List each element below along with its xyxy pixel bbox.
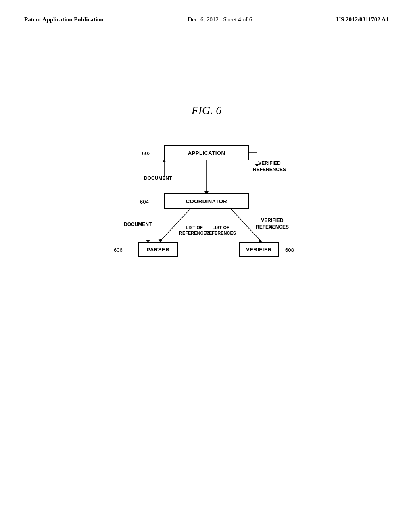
parser-box: PARSER xyxy=(138,242,178,257)
list-references-2-label: LIST OF REFERENCES xyxy=(206,224,236,236)
header-date-sheet: Dec. 6, 2012 Sheet 4 of 6 xyxy=(188,16,252,23)
coordinator-box: COORDINATOR xyxy=(164,193,249,209)
list-references-1-label: LIST OF REFERENCES xyxy=(179,224,209,236)
document-top-label: DOCUMENT xyxy=(144,175,172,182)
application-box: APPLICATION xyxy=(164,145,249,160)
ref-602-label: 602 xyxy=(142,150,151,157)
page-header: Patent Application Publication Dec. 6, 2… xyxy=(0,0,413,31)
figure-title: FIG. 6 xyxy=(0,104,413,117)
verifier-box: VERIFIER xyxy=(239,242,279,257)
header-patent-number: US 2012/0311702 A1 xyxy=(336,16,389,23)
verified-references-bottom-label: VERIFIED REFERENCES xyxy=(256,218,289,230)
header-publication-label: Patent Application Publication xyxy=(24,16,104,23)
diagram: APPLICATION 602 COORDINATOR 604 PARSER 6… xyxy=(102,133,311,302)
document-bottom-label: DOCUMENT xyxy=(124,222,152,228)
ref-606-label: 606 xyxy=(114,247,123,254)
ref-608-label: 608 xyxy=(285,247,294,254)
verified-references-top-label: VERIFIED REFERENCES xyxy=(253,160,286,173)
ref-604-label: 604 xyxy=(140,199,149,206)
